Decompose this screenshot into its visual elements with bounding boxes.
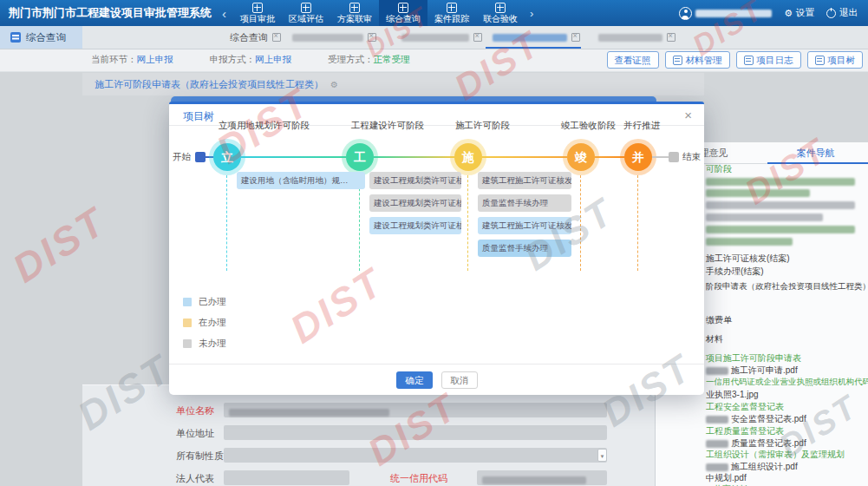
close-icon[interactable]: × bbox=[684, 108, 692, 122]
nav-item-region-eval[interactable]: 区域评估 bbox=[282, 0, 330, 26]
project-log-button[interactable]: 项目日志 bbox=[736, 51, 801, 69]
tree-item[interactable]: 可阶段 bbox=[706, 163, 732, 175]
tree-item[interactable]: 安全监督登记表.pdf bbox=[706, 413, 806, 425]
close-icon[interactable] bbox=[667, 33, 675, 42]
tree-item[interactable]: 手续办理(结案) bbox=[706, 266, 764, 278]
tab-redacted-2[interactable] bbox=[401, 26, 482, 49]
phase-node-立[interactable]: 立 bbox=[213, 143, 241, 171]
redacted-text bbox=[706, 226, 855, 233]
step-item[interactable]: 建筑工程施工许可证核发 bbox=[478, 217, 571, 234]
modal-footer: 确定 取消 bbox=[169, 364, 704, 395]
phase-guide-line bbox=[359, 175, 360, 271]
phase-node-工[interactable]: 工 bbox=[346, 143, 374, 171]
material-icon bbox=[673, 56, 682, 65]
status-buttons: 查看证照 材料管理 项目日志 项目树 bbox=[607, 51, 864, 69]
timeline-segment bbox=[652, 156, 669, 158]
phase-node-施[interactable]: 施 bbox=[454, 143, 482, 171]
redacted-text bbox=[706, 178, 855, 186]
unit-address-input[interactable] bbox=[224, 425, 607, 440]
step-item[interactable]: 建设工程规划类许可证核发(… bbox=[369, 172, 461, 189]
material-manage-button[interactable]: 材料管理 bbox=[665, 51, 730, 69]
step-item[interactable]: 建筑工程施工许可证核发 bbox=[478, 172, 571, 189]
username-redacted bbox=[695, 10, 772, 17]
doc-icon bbox=[10, 32, 21, 43]
tab-redacted-1[interactable] bbox=[292, 26, 376, 49]
sidebar-item-综合查询[interactable]: 综合查询 bbox=[0, 26, 82, 49]
dropdown-icon[interactable]: ▾ bbox=[597, 449, 607, 462]
status-bar: 当前环节：网上申报 申报方式：网上申报 受理方式：正常受理 查看证照 材料管理 … bbox=[0, 49, 868, 72]
phase-label-施工许可阶段: 施工许可阶段 bbox=[455, 120, 510, 132]
tree-icon bbox=[815, 56, 825, 65]
tab-案件导航[interactable]: 案件导航 bbox=[762, 142, 868, 163]
user-account[interactable] bbox=[679, 7, 772, 20]
timeline-segment bbox=[206, 156, 213, 158]
timeline-segment bbox=[241, 156, 346, 158]
doc-icon bbox=[398, 3, 408, 13]
tree-item[interactable]: 施工许可证核发(结案) bbox=[706, 253, 790, 265]
power-icon bbox=[826, 9, 836, 18]
accept-mode-label: 受理方式： bbox=[328, 54, 374, 64]
tab-strip: 综合查询 综合查询 bbox=[0, 26, 868, 49]
legend-done-swatch bbox=[183, 298, 192, 306]
tab-redacted-active[interactable] bbox=[493, 26, 580, 49]
tree-item[interactable]: 业执照3-1.jpg bbox=[706, 389, 759, 401]
timeline-start-label: 开始 bbox=[173, 151, 191, 163]
tree-item[interactable]: 施工组织设计.pdf bbox=[706, 461, 798, 473]
tree-item[interactable]: 材料 bbox=[706, 333, 723, 345]
apply-mode-value: 网上申报 bbox=[255, 54, 291, 64]
step-item[interactable]: 建设工程规划类许可证核发(… bbox=[369, 217, 461, 234]
logout-button[interactable]: 退出 bbox=[826, 7, 858, 19]
close-icon[interactable] bbox=[368, 33, 376, 42]
legal-rep-input[interactable] bbox=[224, 470, 349, 485]
step-item[interactable]: 质量监督手续办理 bbox=[478, 194, 571, 212]
top-bar: 荆门市荆门市工程建设项目审批管理系统 ‹ 项目审批 区域评估 方案联审 综合查询… bbox=[0, 0, 868, 26]
tab-综合查询[interactable]: 综合查询 bbox=[230, 26, 281, 49]
apply-mode-label: 申报方式： bbox=[210, 54, 256, 64]
gear-icon: ⚙ bbox=[784, 8, 793, 19]
tree-item[interactable]: 阶段申请表（政府社会投资项目线性工程类） bbox=[706, 281, 868, 292]
settings-button[interactable]: ⚙ 设置 bbox=[784, 7, 814, 19]
close-icon[interactable] bbox=[473, 33, 482, 42]
timeline-segment bbox=[595, 156, 624, 158]
close-icon[interactable] bbox=[272, 33, 281, 42]
legend-done: 已办理 bbox=[183, 296, 226, 308]
phase-node-竣[interactable]: 竣 bbox=[567, 143, 595, 171]
close-icon[interactable] bbox=[571, 33, 580, 42]
current-step-value: 网上申报 bbox=[137, 54, 173, 64]
cancel-button[interactable]: 取消 bbox=[441, 371, 478, 389]
tree-item[interactable]: 项目施工许可阶段申请表 bbox=[706, 352, 801, 364]
view-license-button[interactable]: 查看证照 bbox=[607, 51, 659, 69]
accept-mode-value: 正常受理 bbox=[374, 54, 410, 64]
tree-item[interactable]: 一信用代码证或企业营业执照或组织机构代码证 bbox=[706, 377, 868, 388]
unit-name-input[interactable] bbox=[224, 403, 607, 417]
project-tree-button[interactable]: 项目树 bbox=[807, 51, 864, 69]
credit-code-input[interactable] bbox=[477, 470, 607, 485]
tree-item[interactable]: 施工许可申请.pdf bbox=[706, 364, 798, 377]
confirm-button[interactable]: 确定 bbox=[396, 371, 433, 389]
tree-item[interactable]: 质量监督登记表.pdf bbox=[706, 437, 806, 450]
nav-item-case-track[interactable]: 案件跟踪 bbox=[427, 0, 476, 26]
nav-item-综合查询[interactable]: 综合查询 bbox=[379, 0, 427, 26]
phase-node-并[interactable]: 并 bbox=[624, 143, 652, 171]
step-item[interactable]: 质量监督手续办理 bbox=[478, 240, 571, 257]
nav-item-joint-acceptance[interactable]: 联合验收 bbox=[476, 0, 525, 26]
tree-item[interactable]: 工组织设计（需报审表）及监理规划 bbox=[706, 449, 845, 461]
tree-item[interactable]: 工程安全监督登记表 bbox=[706, 401, 784, 413]
step-item[interactable]: 建设用地（含临时用地）规… bbox=[237, 172, 365, 189]
phase-label-并行推进: 并行推进 bbox=[623, 120, 660, 132]
ownership-input[interactable] bbox=[224, 448, 607, 463]
avatar-icon bbox=[679, 7, 692, 20]
top-nav: 项目审批 区域评估 方案联审 综合查询 案件跟踪 联合验收 bbox=[233, 0, 525, 26]
tree-item[interactable]: 中规划.pdf bbox=[706, 472, 747, 484]
status-fields: 当前环节：网上申报 申报方式：网上申报 受理方式：正常受理 bbox=[0, 54, 410, 66]
gear-icon[interactable]: ⚙ bbox=[330, 80, 338, 89]
nav-more-icon[interactable]: › bbox=[530, 7, 533, 20]
tree-item[interactable]: 工程质量监督登记表 bbox=[706, 425, 784, 437]
nav-item-joint-review[interactable]: 方案联审 bbox=[330, 0, 379, 26]
collapse-icon[interactable]: ‹ bbox=[222, 6, 226, 21]
tree-item[interactable]: 缴费单 bbox=[706, 314, 732, 326]
tab-redacted-3[interactable] bbox=[598, 26, 675, 49]
redacted-text bbox=[706, 201, 855, 209]
nav-item-project-approval[interactable]: 项目审批 bbox=[233, 0, 282, 26]
step-item[interactable]: 建设工程规划类许可证核发(… bbox=[369, 194, 461, 212]
